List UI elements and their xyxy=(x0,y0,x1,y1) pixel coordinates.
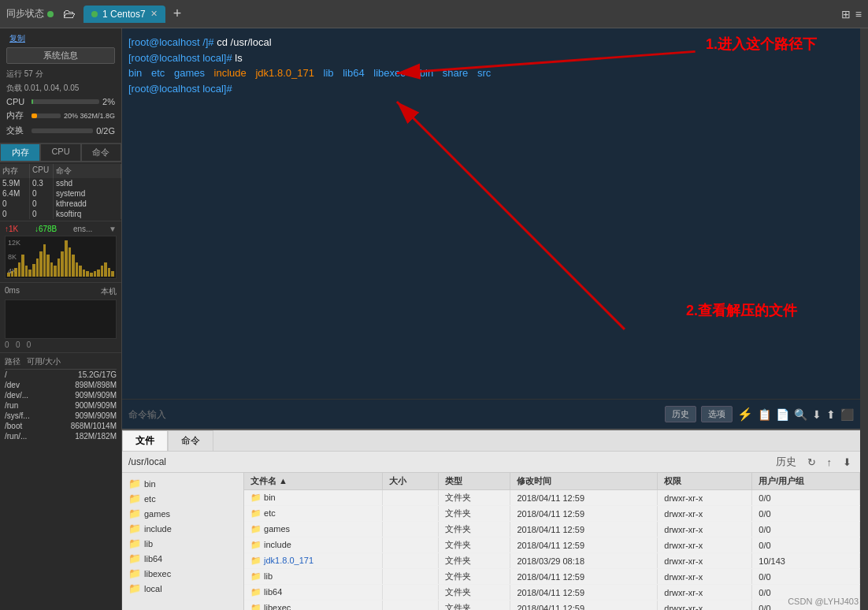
terminal-area: [root@localhost /]# cd /usr/local [root@… xyxy=(122,28,860,610)
swap-label: 交换 xyxy=(6,125,28,136)
file-table: 文件名 ▲ 大小 类型 修改时间 权限 用户/用户组 📁 bin xyxy=(244,473,860,610)
col-size[interactable]: 大小 xyxy=(383,473,439,490)
file-size-cell xyxy=(383,522,439,537)
file-perms-cell: drwxr-xr-x xyxy=(658,506,752,522)
right-resize-handle[interactable] xyxy=(860,28,868,610)
file-name-cell: 📁 games xyxy=(244,522,383,537)
file-perms-cell: drwxr-xr-x xyxy=(658,553,752,569)
copy-button[interactable]: 复制 xyxy=(9,33,25,44)
table-row[interactable]: 📁 lib64 文件夹 2018/04/11 12:59 drwxr-xr-x … xyxy=(244,585,860,601)
file-type-cell: 文件夹 xyxy=(439,506,510,522)
fm-download-icon[interactable]: ⬇ xyxy=(840,456,854,469)
process-row: 5.9M 0.3 sshd xyxy=(0,178,121,188)
add-tab-button[interactable]: + xyxy=(169,4,187,24)
table-row[interactable]: 📁 bin 文件夹 2018/04/11 12:59 drwxr-xr-x 0/… xyxy=(244,490,860,506)
col-modified[interactable]: 修改时间 xyxy=(510,473,658,490)
table-row[interactable]: 📁 games 文件夹 2018/04/11 12:59 drwxr-xr-x … xyxy=(244,522,860,537)
search-icon[interactable]: 🔍 xyxy=(794,408,807,421)
file-owner-cell: 0/0 xyxy=(752,506,860,522)
local-label: 本机 xyxy=(101,286,117,297)
folder-button[interactable]: 🗁 xyxy=(58,6,80,23)
table-row[interactable]: 📁 etc 文件夹 2018/04/11 12:59 drwxr-xr-x 0/… xyxy=(244,506,860,522)
col-name[interactable]: 文件名 ▲ xyxy=(244,473,383,490)
file-name-cell: 📁 jdk1.8.0_171 xyxy=(244,553,383,569)
upload-icon[interactable]: ⬆ xyxy=(826,408,836,421)
latency-graph xyxy=(5,299,117,339)
file-modified-cell: 2018/04/11 12:59 xyxy=(510,601,658,611)
file-perms-cell: drwxr-xr-x xyxy=(658,490,752,506)
folder-icon: 📁 xyxy=(128,567,141,579)
fm-left-tree: 📁 bin 📁 etc 📁 games 📁 xyxy=(122,473,244,610)
file-manager: 文件 命令 /usr/local 历史 ↻ ↑ ⬇ 📁 xyxy=(122,429,860,610)
file-owner-cell: 10/143 xyxy=(752,553,860,569)
net-label: ens... xyxy=(73,225,92,233)
path-section: 路径 可用/大小 / 15.2G/17G /dev 898M/898M /dev… xyxy=(0,353,121,610)
latency-section: 0ms 本机 0 0 0 xyxy=(0,283,121,353)
file-modified-cell: 2018/04/11 12:59 xyxy=(510,537,658,553)
file-perms-cell: drwxr-xr-x xyxy=(658,569,752,585)
fm-tree-item[interactable]: 📁 games xyxy=(122,506,243,521)
path-item: /boot 868M/1014M xyxy=(5,421,117,431)
tab-cmd[interactable]: 命令 xyxy=(81,143,121,162)
fm-tree-item[interactable]: 📁 etc xyxy=(122,491,243,506)
proc-header-cpu: CPU xyxy=(30,164,54,178)
fm-tab-commands[interactable]: 命令 xyxy=(168,430,213,451)
copy-icon[interactable]: 📋 xyxy=(758,408,771,421)
folder-icon: 📁 xyxy=(128,478,141,489)
proc-header-cmd: 命令 xyxy=(54,164,121,178)
table-row[interactable]: 📁 lib 文件夹 2018/04/11 12:59 drwxr-xr-x 0/… xyxy=(244,569,860,585)
runtime-label: 运行 57 分 xyxy=(6,69,43,80)
file-name-cell: 📁 lib xyxy=(244,569,383,585)
file-size-cell xyxy=(383,506,439,522)
watermark: CSDN @LYHJ403 xyxy=(788,597,859,606)
options-button[interactable]: 选项 xyxy=(701,406,733,422)
load-label: 负载 0.01, 0.04, 0.05 xyxy=(6,83,79,94)
table-row[interactable]: 📁 jdk1.8.0_171 文件夹 2018/03/29 08:18 drwx… xyxy=(244,553,860,569)
net-expand[interactable]: ▼ xyxy=(109,225,117,233)
path-col-header: 路径 xyxy=(5,356,20,367)
folder-icon: 📁 xyxy=(128,523,141,534)
sys-info-button[interactable]: 系统信息 xyxy=(6,47,115,64)
file-size-cell xyxy=(383,601,439,611)
fm-tab-files[interactable]: 文件 xyxy=(122,430,168,451)
history-button[interactable]: 历史 xyxy=(665,406,696,422)
fm-tree-item[interactable]: 📁 lib xyxy=(122,536,243,551)
path-item: /dev/... 909M/909M xyxy=(5,390,117,400)
command-input[interactable] xyxy=(128,409,660,420)
fm-up-icon[interactable]: ↑ xyxy=(825,456,835,469)
table-row[interactable]: 📁 libexec 文件夹 2018/04/11 12:59 drwxr-xr-… xyxy=(244,601,860,611)
fm-history-button[interactable]: 历史 xyxy=(773,454,799,470)
fm-tree-item[interactable]: 📁 local xyxy=(122,581,243,596)
top-icons: ⊞ ≡ xyxy=(841,8,862,20)
screen-icon[interactable]: ⬛ xyxy=(840,408,854,421)
grid-icon-button[interactable]: ⊞ xyxy=(841,8,851,20)
net-up: ↑1K xyxy=(5,225,18,233)
file-size-cell xyxy=(383,537,439,553)
fm-refresh-icon[interactable]: ↻ xyxy=(805,456,818,469)
menu-icon-button[interactable]: ≡ xyxy=(855,8,862,20)
file-perms-cell: drwxr-xr-x xyxy=(658,585,752,601)
tab-cpu[interactable]: CPU xyxy=(40,143,80,162)
net-graph-section: ↑1K ↓678B ens... ▼ 12K 8K 4K xyxy=(0,221,121,283)
tab-bar: 🗁 1 Centos7 ✕ + xyxy=(58,4,836,24)
table-row[interactable]: 📁 include 文件夹 2018/04/11 12:59 drwxr-xr-… xyxy=(244,537,860,553)
col-perms[interactable]: 权限 xyxy=(658,473,752,490)
path-item: /run/... 182M/182M xyxy=(5,431,117,441)
col-owner[interactable]: 用户/用户组 xyxy=(752,473,860,490)
fm-table-body: 📁 bin 文件夹 2018/04/11 12:59 drwxr-xr-x 0/… xyxy=(244,490,860,611)
download-icon[interactable]: ⬇ xyxy=(812,408,822,421)
terminal-tab[interactable]: 1 Centos7 ✕ xyxy=(83,6,165,23)
file-icon[interactable]: 📄 xyxy=(776,408,789,421)
tab-mem[interactable]: 内存 xyxy=(0,143,40,162)
lightning-icon[interactable]: ⚡ xyxy=(737,407,753,422)
file-name-cell: 📁 etc xyxy=(244,506,383,522)
fm-tree-item[interactable]: 📁 libexec xyxy=(122,566,243,581)
col-type[interactable]: 类型 xyxy=(439,473,510,490)
term-line-4: [root@localhost local]# xyxy=(128,81,854,97)
mem-label: 内存 xyxy=(6,110,28,121)
tab-close-icon[interactable]: ✕ xyxy=(150,9,158,19)
fm-tree-item[interactable]: 📁 lib64 xyxy=(122,551,243,566)
terminal-body[interactable]: [root@localhost /]# cd /usr/local [root@… xyxy=(122,28,860,399)
fm-tree-item[interactable]: 📁 include xyxy=(122,521,243,536)
fm-tree-item[interactable]: 📁 bin xyxy=(122,476,243,491)
